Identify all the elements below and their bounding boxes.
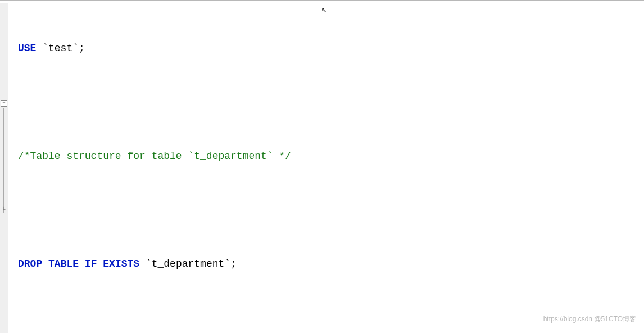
- code-line[interactable]: [18, 93, 644, 111]
- fold-gutter: − └: [0, 3, 8, 333]
- punct-semicolon: ;: [79, 43, 85, 54]
- code-line[interactable]: DROP TABLE IF EXISTS `t_department`;: [18, 255, 644, 273]
- fold-guide-line: [3, 108, 4, 213]
- sql-editor[interactable]: − └ USE `test`; /*Table structure for ta…: [0, 1, 644, 333]
- comment: /*Table structure for table `t_departmen…: [18, 150, 291, 162]
- watermark-text: https://blog.csdn @51CTO博客: [543, 310, 636, 328]
- fold-toggle-minus-icon[interactable]: −: [1, 100, 7, 107]
- keyword: DROP: [18, 258, 42, 270]
- code-area[interactable]: USE `test`; /*Table structure for table …: [18, 3, 644, 333]
- identifier: `t_department`: [146, 258, 230, 270]
- code-line[interactable]: /*Table structure for table `t_departmen…: [18, 147, 644, 165]
- keyword: IF: [85, 258, 97, 270]
- fold-end-icon: └: [1, 208, 6, 213]
- keyword-use: USE: [18, 43, 36, 54]
- keyword: EXISTS: [103, 258, 139, 270]
- code-line[interactable]: [18, 201, 644, 219]
- keyword: TABLE: [48, 258, 79, 270]
- identifier: `test`: [42, 43, 79, 54]
- code-line[interactable]: USE `test`;: [18, 39, 644, 57]
